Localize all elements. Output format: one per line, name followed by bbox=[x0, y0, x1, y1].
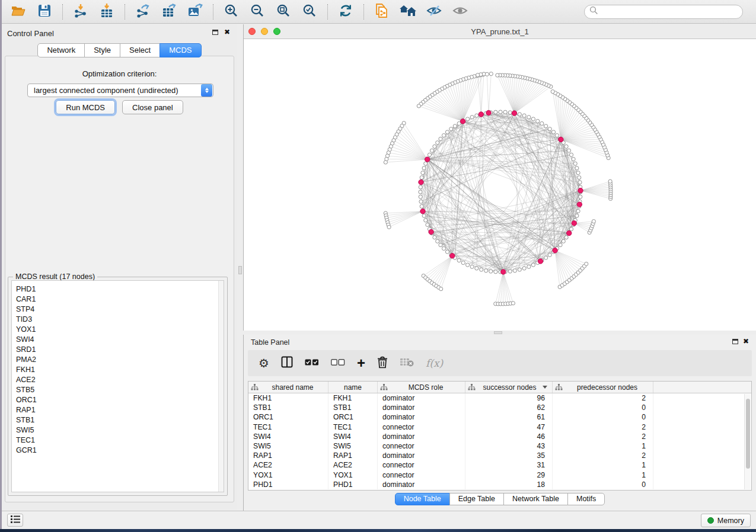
graph-node[interactable] bbox=[442, 246, 445, 250]
graph-node[interactable] bbox=[428, 153, 431, 156]
graph-node[interactable] bbox=[527, 116, 531, 119]
graph-node[interactable] bbox=[564, 236, 568, 239]
splitter-handle[interactable] bbox=[494, 331, 502, 334]
table-row[interactable]: SWI5SWI5connector431 bbox=[248, 441, 751, 451]
mcds-result-item[interactable]: STP4 bbox=[12, 304, 224, 314]
tab-style[interactable]: Style bbox=[84, 43, 120, 57]
zoom-in-button[interactable] bbox=[220, 2, 243, 21]
criterion-select[interactable]: largest connected component (undirected) bbox=[27, 84, 213, 97]
graph-node[interactable] bbox=[564, 145, 568, 148]
graph-node[interactable] bbox=[484, 269, 488, 273]
graph-node[interactable] bbox=[573, 162, 577, 165]
mcds-result-item[interactable]: GCR1 bbox=[12, 445, 224, 455]
memory-button[interactable]: Memory bbox=[701, 514, 751, 527]
mcds-result-item[interactable]: SRD1 bbox=[12, 344, 224, 354]
graph-node[interactable] bbox=[449, 127, 453, 131]
close-panel-icon[interactable]: ✖ bbox=[743, 337, 749, 345]
graph-node[interactable] bbox=[569, 153, 573, 156]
table-scrollbar[interactable] bbox=[744, 394, 751, 489]
graph-node[interactable] bbox=[470, 265, 474, 268]
network-graph[interactable] bbox=[244, 39, 756, 331]
graph-node[interactable] bbox=[496, 73, 499, 77]
first-neighbors-button[interactable] bbox=[397, 2, 419, 21]
graph-dominator-node[interactable] bbox=[425, 157, 429, 162]
graph-node[interactable] bbox=[518, 268, 521, 271]
graph-node[interactable] bbox=[540, 121, 544, 125]
mcds-result-item[interactable]: ORC1 bbox=[12, 395, 224, 405]
mcds-result-item[interactable]: SWI4 bbox=[12, 334, 224, 344]
graph-dominator-node[interactable] bbox=[572, 221, 576, 226]
hide-selected-button[interactable] bbox=[423, 2, 445, 21]
graph-node[interactable] bbox=[465, 263, 469, 267]
graph-node[interactable] bbox=[445, 130, 449, 134]
graph-node[interactable] bbox=[476, 73, 480, 77]
graph-node[interactable] bbox=[518, 113, 521, 116]
tab-motifs[interactable]: Motifs bbox=[567, 493, 605, 505]
splitter-handle[interactable] bbox=[238, 266, 242, 274]
duplicate-network-button[interactable] bbox=[371, 2, 393, 21]
graph-node[interactable] bbox=[576, 209, 580, 213]
graph-node[interactable] bbox=[522, 114, 526, 117]
mcds-result-item[interactable]: SWI5 bbox=[12, 425, 224, 435]
search-box[interactable] bbox=[584, 5, 743, 19]
float-panel-icon[interactable] bbox=[732, 339, 738, 344]
graph-node[interactable] bbox=[578, 176, 581, 180]
table-settings-button[interactable]: ⚙ bbox=[259, 355, 269, 371]
graph-node[interactable] bbox=[513, 269, 516, 273]
show-all-button[interactable] bbox=[449, 2, 471, 21]
graph-node[interactable] bbox=[426, 223, 429, 226]
graph-node[interactable] bbox=[485, 72, 489, 76]
graph-node[interactable] bbox=[572, 157, 575, 161]
graph-dominator-node[interactable] bbox=[577, 202, 582, 207]
graph-node[interactable] bbox=[433, 236, 436, 239]
graph-node[interactable] bbox=[420, 204, 423, 208]
graph-node[interactable] bbox=[439, 287, 443, 291]
graph-node[interactable] bbox=[489, 72, 493, 76]
zoom-out-button[interactable] bbox=[246, 2, 269, 21]
graph-node[interactable] bbox=[424, 219, 428, 222]
vertical-splitter[interactable] bbox=[237, 24, 243, 511]
graph-dominator-node[interactable] bbox=[486, 110, 491, 115]
run-mcds-button[interactable]: Run MCDS bbox=[56, 100, 115, 114]
table-row[interactable]: FKH1FKH1dominator962 bbox=[248, 393, 751, 403]
graph-node[interactable] bbox=[442, 133, 445, 137]
graph-node[interactable] bbox=[433, 145, 436, 148]
open-session-button[interactable] bbox=[7, 2, 30, 21]
select-all-button[interactable] bbox=[305, 355, 319, 371]
graph-node[interactable] bbox=[548, 253, 551, 257]
graph-node[interactable] bbox=[511, 302, 515, 305]
graph-node[interactable] bbox=[436, 239, 439, 243]
graph-node[interactable] bbox=[578, 181, 582, 184]
mcds-result-item[interactable]: FKH1 bbox=[12, 364, 224, 374]
delete-column-button[interactable] bbox=[377, 355, 388, 371]
graph-dominator-node[interactable] bbox=[512, 111, 516, 116]
graph-dominator-node[interactable] bbox=[429, 229, 433, 234]
search-input[interactable] bbox=[598, 8, 738, 16]
graph-node[interactable] bbox=[531, 117, 535, 121]
graph-node[interactable] bbox=[419, 185, 422, 189]
graph-node[interactable] bbox=[503, 110, 507, 114]
table-row[interactable]: YOX1YOX1connector291 bbox=[248, 470, 751, 480]
graph-node[interactable] bbox=[569, 227, 573, 231]
graph-node[interactable] bbox=[494, 270, 497, 274]
graph-node[interactable] bbox=[522, 267, 526, 270]
mcds-result-list[interactable]: PHD1CAR1STP4TID3YOX1SWI4SRD1PMA2FKH1ACE2… bbox=[11, 280, 224, 492]
column-header-successor-nodes[interactable]: successor nodes bbox=[465, 382, 553, 393]
deselect-all-button[interactable] bbox=[331, 355, 345, 371]
graph-node[interactable] bbox=[439, 243, 442, 246]
graph-dominator-node[interactable] bbox=[479, 112, 483, 117]
graph-dominator-node[interactable] bbox=[538, 259, 543, 264]
column-header-name[interactable]: name bbox=[328, 382, 378, 393]
graph-dominator-node[interactable] bbox=[501, 270, 506, 274]
export-network-button[interactable] bbox=[132, 2, 154, 21]
mcds-result-item[interactable]: CAR1 bbox=[12, 294, 224, 304]
tab-network[interactable]: Network bbox=[37, 43, 85, 57]
graph-node[interactable] bbox=[420, 176, 423, 180]
import-network-button[interactable] bbox=[69, 2, 92, 21]
graph-node[interactable] bbox=[499, 110, 502, 114]
mcds-result-item[interactable]: TID3 bbox=[12, 314, 224, 324]
graph-node[interactable] bbox=[475, 114, 479, 117]
save-session-button[interactable] bbox=[33, 2, 56, 21]
graph-dominator-node[interactable] bbox=[553, 248, 557, 253]
task-history-button[interactable] bbox=[7, 514, 23, 527]
